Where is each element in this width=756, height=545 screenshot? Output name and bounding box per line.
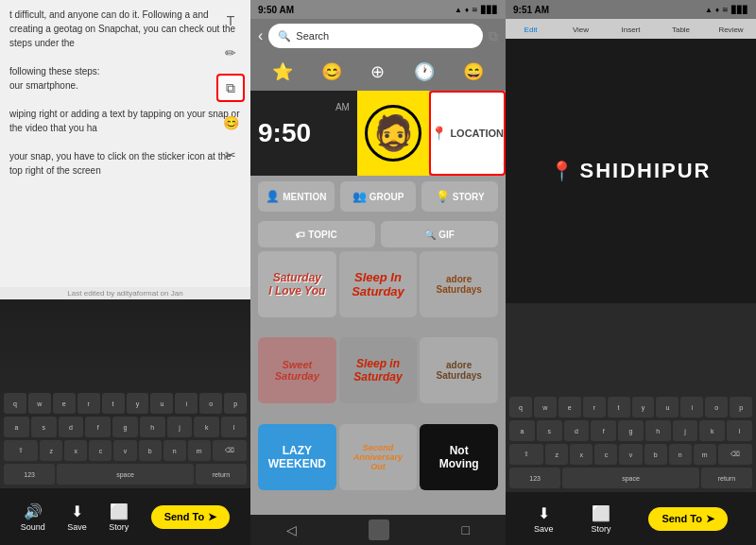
nav-recent-button[interactable]: □ [461, 522, 469, 537]
kb-key[interactable]: h [140, 417, 165, 437]
nav-home-button[interactable] [369, 519, 389, 540]
sticker-icon-highlighted[interactable]: ⧉ [216, 74, 245, 102]
kb-key[interactable]: k [194, 417, 219, 437]
kb-key[interactable]: c [594, 444, 617, 465]
kb-key[interactable]: y [127, 393, 149, 414]
kb-space[interactable]: space [562, 468, 699, 488]
kb-key[interactable]: g [112, 417, 138, 437]
tab-table[interactable]: Table [656, 19, 706, 39]
kb-backspace[interactable]: ⌫ [718, 444, 752, 465]
kb-123[interactable]: 123 [4, 464, 55, 485]
kb-key[interactable]: w [534, 397, 557, 417]
kb-key[interactable]: f [591, 420, 616, 441]
kb-key[interactable]: y [632, 397, 655, 417]
kb-key[interactable]: r [77, 393, 100, 414]
kb-space[interactable]: space [57, 464, 194, 485]
sticker-item[interactable]: SweetSaturday [258, 337, 336, 403]
kb-key[interactable]: u [656, 397, 679, 417]
kb-key[interactable]: q [4, 393, 26, 414]
kb-key[interactable]: a [4, 417, 29, 437]
kb-key[interactable]: s [537, 420, 562, 441]
scissors-icon[interactable]: ✂ [219, 144, 242, 166]
kb-key[interactable]: t [102, 393, 125, 414]
category-circle-icon[interactable]: ⊕ [370, 61, 385, 82]
kb-return[interactable]: return [701, 468, 752, 488]
kb-key[interactable]: s [31, 417, 57, 437]
sticker-item[interactable]: adoreSaturdays [420, 251, 498, 317]
category-face-icon[interactable]: 😄 [463, 61, 484, 82]
kb-key[interactable]: z [40, 440, 62, 461]
sticker-toggle-icon[interactable]: ⧉ [489, 28, 498, 44]
sticker-item[interactable]: SecondAnniversaryOut [339, 424, 418, 490]
snap-clock-sticker[interactable]: 9:50 AM [250, 91, 357, 176]
snap-avatar-sticker[interactable]: 🧔 [357, 91, 429, 176]
kb-key[interactable]: g [618, 420, 644, 441]
nav-back-button[interactable]: ◁ [286, 522, 297, 537]
kb-key[interactable]: i [680, 397, 703, 417]
mention-button[interactable]: 👤 MENTION [258, 181, 335, 212]
tab-edit[interactable]: Edit [506, 19, 556, 39]
sticker-item[interactable]: Sleep InSaturday [339, 251, 418, 317]
kb-key[interactable]: e [558, 397, 581, 417]
kb-key[interactable]: v [113, 440, 136, 461]
kb-key[interactable]: w [28, 393, 51, 414]
kb-key[interactable]: o [705, 397, 728, 417]
kb-key[interactable]: q [509, 397, 532, 417]
kb-key[interactable]: a [509, 420, 535, 441]
sticker-item[interactable]: Sleep inSaturday [339, 337, 418, 403]
kb-key[interactable]: p [224, 393, 247, 414]
kb-key[interactable]: b [644, 444, 667, 465]
kb-key[interactable]: z [545, 444, 568, 465]
save-button[interactable]: ⬇ Save [67, 502, 87, 532]
category-clock-icon[interactable]: 🕐 [414, 61, 435, 82]
kb-key[interactable]: t [608, 397, 630, 417]
text-icon[interactable]: T [219, 9, 242, 32]
kb-key[interactable]: j [167, 417, 193, 437]
kb-key[interactable]: c [89, 440, 112, 461]
sticker-item[interactable]: SaturdayI Love You [258, 251, 336, 317]
tab-review[interactable]: Review [706, 19, 756, 39]
kb-key[interactable]: x [570, 444, 593, 465]
category-emoji-icon[interactable]: 😊 [321, 61, 342, 82]
kb-key[interactable]: b [139, 440, 162, 461]
kb-key[interactable]: k [699, 420, 725, 441]
right-save-button[interactable]: ⬇ Save [534, 504, 554, 534]
kb-key[interactable]: d [564, 420, 590, 441]
kb-return[interactable]: return [196, 464, 247, 485]
search-input[interactable]: 🔍 Search [268, 24, 483, 48]
kb-key[interactable]: h [645, 420, 671, 441]
kb-key[interactable]: n [163, 440, 186, 461]
sound-button[interactable]: 🔊 Sound [21, 502, 45, 532]
sticker-item[interactable]: adoreSaturdays [420, 337, 498, 403]
kb-backspace[interactable]: ⌫ [213, 440, 247, 461]
back-button[interactable]: ‹ [258, 27, 263, 44]
kb-key[interactable]: r [583, 397, 606, 417]
kb-key[interactable]: e [53, 393, 76, 414]
kb-key[interactable]: d [59, 417, 84, 437]
kb-key[interactable]: p [730, 397, 752, 417]
tab-view[interactable]: View [556, 19, 606, 39]
kb-key[interactable]: x [64, 440, 87, 461]
topic-filter-button[interactable]: 🏷 TOPIC [258, 221, 375, 247]
story-button[interactable]: ⬜ Story [109, 502, 129, 532]
kb-123[interactable]: 123 [509, 468, 560, 488]
kb-key[interactable]: o [199, 393, 222, 414]
kb-key[interactable]: m [694, 444, 716, 465]
kb-key[interactable]: m [188, 440, 211, 461]
tab-insert[interactable]: Insert [606, 19, 656, 39]
kb-key[interactable]: u [150, 393, 173, 414]
pencil-icon[interactable]: ✏ [219, 42, 242, 64]
kb-key[interactable]: v [619, 444, 642, 465]
story-sticker-button[interactable]: 💡 STORY [421, 181, 498, 212]
kb-key[interactable]: n [669, 444, 692, 465]
kb-key[interactable]: f [85, 417, 111, 437]
gif-filter-button[interactable]: 🔍 GIF [381, 221, 498, 247]
send-to-button[interactable]: Send To ➤ [151, 505, 231, 529]
kb-shift[interactable]: ⇧ [4, 440, 38, 461]
kb-key[interactable]: i [175, 393, 198, 414]
sticker-item[interactable]: LAZYWEEKEND [258, 424, 336, 490]
right-send-to-button[interactable]: Send To ➤ [648, 507, 728, 531]
kb-key[interactable]: l [727, 420, 752, 441]
location-sticker[interactable]: 📍 LOCATION [429, 91, 506, 176]
kb-key[interactable]: l [221, 417, 247, 437]
